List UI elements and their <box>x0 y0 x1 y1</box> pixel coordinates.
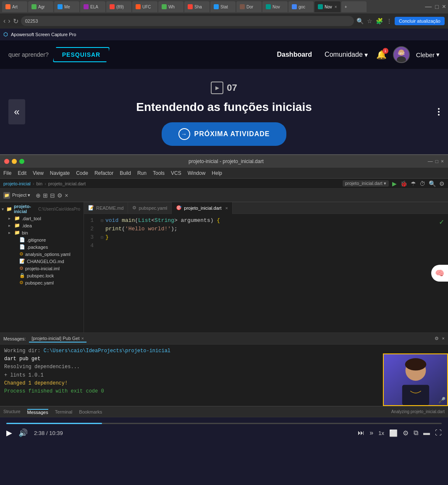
project-label[interactable]: Project ▾ <box>12 192 30 198</box>
minimize-icon[interactable]: — <box>425 3 432 11</box>
menu-icon[interactable]: ⋮ <box>386 18 392 24</box>
fullscreen-icon[interactable]: ⛶ <box>435 429 442 437</box>
nav-dashboard[interactable]: Dashboard <box>277 51 312 58</box>
run-config-dropdown[interactable]: projeto_inicial.dart ▾ <box>343 180 389 187</box>
tab-projeto-dart[interactable]: 🎯 projeto_inicial.dart × <box>172 202 233 214</box>
back-icon[interactable]: ‹ <box>3 17 5 25</box>
menu-tools[interactable]: Tools <box>153 170 165 176</box>
ide-win-minimize-icon[interactable]: — <box>428 158 433 164</box>
tab-stat[interactable]: Stat <box>210 1 236 12</box>
tab-sha[interactable]: Sha <box>184 1 210 12</box>
tab-close-icon[interactable]: × <box>335 5 337 9</box>
tree-gitignore[interactable]: 📄 .gitignore <box>0 236 84 243</box>
user-avatar[interactable]: UFC <box>393 46 410 63</box>
extension-icon[interactable]: 🧩 <box>376 18 383 24</box>
collapse-all-icon[interactable]: ⊟ <box>50 192 55 199</box>
search-icon[interactable]: 🔍 <box>356 18 364 24</box>
tree-analysis-options[interactable]: ⚙ analysis_options.yaml <box>0 250 84 258</box>
tab-89[interactable]: (89) <box>106 1 131 12</box>
tab-google[interactable]: goc <box>288 1 314 12</box>
menu-help[interactable]: Help <box>212 170 222 176</box>
terminal-settings-icon[interactable]: ⚙ <box>435 336 439 341</box>
tab-close-icon[interactable]: × <box>225 206 228 211</box>
tab-art[interactable]: Art <box>2 1 27 12</box>
terminal-close-icon[interactable]: × <box>442 336 445 341</box>
tree-dart-tool[interactable]: ▸ 📁 .dart_tool <box>0 215 84 222</box>
play-pause-button[interactable]: ▶ <box>6 428 12 438</box>
tab-ela[interactable]: ELA <box>80 1 105 12</box>
tab-new[interactable]: + <box>341 1 367 12</box>
tab-nov1[interactable]: Nov <box>262 1 288 12</box>
side-structure-tab[interactable]: Structure <box>3 409 21 414</box>
tab-agr[interactable]: Agr <box>28 1 53 12</box>
tab-readme[interactable]: 📝 README.md <box>84 202 128 214</box>
menu-vcs[interactable]: VCS <box>171 170 181 176</box>
close-icon[interactable]: × <box>442 3 446 11</box>
notification-bell[interactable]: 🔔 1 <box>376 50 387 60</box>
run-button[interactable]: ▶ <box>392 180 397 187</box>
more-options-button[interactable] <box>438 108 440 116</box>
gear-icon[interactable]: ⚙ <box>57 192 63 199</box>
skip-forward-icon[interactable]: ⏭ <box>358 429 364 437</box>
update-button[interactable]: Concluir atualização <box>395 17 445 25</box>
tab-ufc[interactable]: UFC <box>132 1 157 12</box>
tab-nov2[interactable]: Nov × <box>314 1 341 12</box>
maximize-icon[interactable]: □ <box>435 3 438 10</box>
menu-build[interactable]: Build <box>120 170 131 176</box>
menu-run[interactable]: Run <box>137 170 147 176</box>
tree-iml[interactable]: ⚙ projeto-inicial.iml <box>0 265 84 272</box>
user-name[interactable]: Cleber ▾ <box>416 51 440 58</box>
fold-icon-3[interactable]: ⊟ <box>99 234 105 241</box>
breadcrumb-project[interactable]: projeto-inicial <box>3 181 31 186</box>
terminal-tab-pubget[interactable]: [projeto-inicial] Pub Get × <box>29 335 86 343</box>
menu-refactor[interactable]: Refactor <box>94 170 113 176</box>
code-editor[interactable]: 1 ⊟ void main(List<String> arguments) { … <box>84 214 448 332</box>
speed-button[interactable]: 1x <box>378 430 384 436</box>
star-icon[interactable]: ☆ <box>367 18 372 24</box>
progress-bar[interactable] <box>6 423 442 424</box>
prev-lesson-button[interactable]: « <box>8 99 25 124</box>
bottom-tab-terminal[interactable]: Terminal <box>55 409 73 414</box>
bottom-tab-messages[interactable]: Messages <box>27 409 48 415</box>
menu-code[interactable]: Code <box>76 170 88 176</box>
ide-win-close-icon[interactable]: × <box>441 158 444 164</box>
captions-icon[interactable]: ⬜ <box>389 429 398 437</box>
tree-packages[interactable]: 📄 .packages <box>0 243 84 250</box>
menu-navigate[interactable]: Navigate <box>50 170 70 176</box>
tab-pubspec[interactable]: ⚙ pubspec.yaml <box>128 202 172 214</box>
tree-bin[interactable]: ▸ 📁 bin <box>0 229 84 236</box>
refresh-icon[interactable]: ↻ <box>13 17 18 25</box>
fold-icon-1[interactable]: ⊟ <box>99 217 105 224</box>
menu-window[interactable]: Window <box>188 170 206 176</box>
settings-button[interactable]: ⚙ <box>439 180 445 187</box>
profiler-button[interactable]: ⏱ <box>419 180 425 187</box>
volume-button[interactable]: 🔊 <box>18 428 28 438</box>
ide-maximize-button[interactable] <box>19 159 24 164</box>
coverage-button[interactable]: ☂ <box>411 180 416 187</box>
tree-idea[interactable]: ▸ 📁 .idea <box>0 222 84 229</box>
tree-changelog[interactable]: 📝 CHANGELOG.md <box>0 258 84 265</box>
next-activity-button[interactable]: → PRÓXIMA ATIVIDADE <box>162 122 287 146</box>
breadcrumb-folder[interactable]: bin <box>36 181 42 186</box>
menu-file[interactable]: File <box>3 170 11 176</box>
ai-brain-button[interactable]: 🧠 <box>431 265 448 282</box>
add-icon[interactable]: ⊕ <box>36 192 41 199</box>
tree-root[interactable]: ▾ 📁 projeto-inicial C:\Users\Caio\IdeaPr… <box>0 203 84 215</box>
tree-pubspec-lock[interactable]: 🔒 pubspec.lock <box>0 272 84 279</box>
tab-dor[interactable]: Dor <box>236 1 262 12</box>
address-bar[interactable]: 02253 <box>21 16 354 26</box>
bottom-tab-bookmarks[interactable]: Bookmarks <box>79 409 102 414</box>
ide-win-restore-icon[interactable]: □ <box>435 158 438 164</box>
terminal-tab-close-icon[interactable]: × <box>81 336 84 341</box>
menu-edit[interactable]: Edit <box>18 170 26 176</box>
menu-view[interactable]: View <box>33 170 44 176</box>
theater-mode-icon[interactable]: ▬ <box>423 429 430 437</box>
close-panel-icon[interactable]: × <box>65 192 68 199</box>
picture-in-picture-icon[interactable]: ⧉ <box>414 429 418 437</box>
tree-pubspec-yaml[interactable]: ⚙ pubspec.yaml <box>0 279 84 286</box>
forward-icon[interactable]: › <box>8 17 10 25</box>
tab-wh[interactable]: Wh <box>158 1 183 12</box>
settings-icon[interactable]: ⚙ <box>403 429 409 437</box>
expand-all-icon[interactable]: ⊞ <box>43 192 48 199</box>
ide-minimize-button[interactable] <box>12 159 17 164</box>
